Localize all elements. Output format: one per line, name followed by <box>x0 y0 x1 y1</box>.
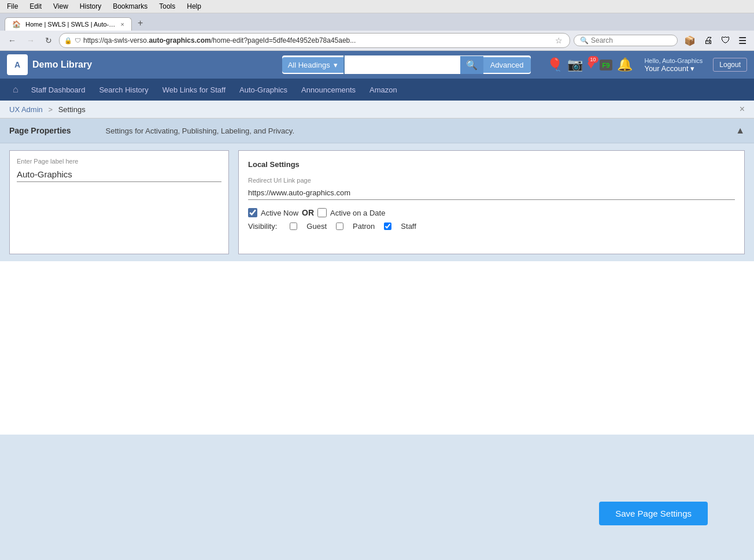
redirect-url-group: Redirect Url Link page <box>248 177 735 200</box>
heart-badge: 10 <box>588 56 598 63</box>
save-page-settings-button[interactable]: Save Page Settings <box>599 502 708 525</box>
search-magnifier-icon: 🔍 <box>466 60 478 70</box>
search-submit-button[interactable]: 🔍 <box>460 56 483 74</box>
local-settings-title: Local Settings <box>248 160 735 169</box>
settings-panel: Page Properties Settings for Activating,… <box>0 118 754 261</box>
redirect-url-input[interactable] <box>248 186 735 200</box>
menu-edit[interactable]: Edit <box>27 1 44 12</box>
page-label-placeholder: Enter Page label here <box>17 158 221 165</box>
main-content-area: Page Properties Settings for Activating,… <box>0 118 754 560</box>
breadcrumb-bar: UX Admin > Settings × <box>0 101 754 118</box>
page-label-box: Enter Page label here <box>9 150 229 254</box>
menu-icon[interactable]: ☰ <box>735 34 749 48</box>
nav-search-history[interactable]: Search History <box>92 80 155 100</box>
visibility-label: Visibility: <box>248 222 277 231</box>
url-prefix: https://qa-swls-verso. <box>83 36 149 44</box>
active-on-date-label: Active on a Date <box>330 209 385 217</box>
f9-badge-label: F9 <box>603 62 610 69</box>
menu-file[interactable]: File <box>5 1 20 12</box>
url-display: https://qa-swls-verso.auto-graphics.com/… <box>83 36 550 44</box>
page-label-input[interactable] <box>17 167 221 182</box>
dropdown-arrow-icon: ▾ <box>334 61 338 69</box>
shield-icon: 🛡 <box>75 37 81 44</box>
back-button[interactable]: ← <box>5 34 20 47</box>
forward-button[interactable]: → <box>23 34 38 47</box>
menu-tools[interactable]: Tools <box>157 1 178 12</box>
or-text: OR <box>302 208 314 217</box>
settings-body: Enter Page label here Local Settings Red… <box>0 143 754 261</box>
menu-bookmarks[interactable]: Bookmarks <box>110 1 150 12</box>
tab-close-button[interactable]: × <box>121 21 124 28</box>
url-host: auto-graphics.com <box>149 36 210 44</box>
nav-amazon[interactable]: Amazon <box>363 80 404 100</box>
breadcrumb-separator: > <box>48 105 53 114</box>
guest-label: Guest <box>306 222 327 231</box>
menu-help[interactable]: Help <box>184 1 204 12</box>
menu-history[interactable]: History <box>77 1 104 12</box>
your-account-button[interactable]: Your Account ▾ <box>644 64 703 73</box>
search-input[interactable] <box>345 57 460 73</box>
visibility-row: Visibility: Guest Patron Staff <box>248 222 735 231</box>
address-bar[interactable]: 🔒 🛡 https://qa-swls-verso.auto-graphics.… <box>59 33 570 48</box>
active-now-label: Active Now <box>261 209 298 217</box>
breadcrumb: UX Admin > Settings <box>9 105 86 114</box>
user-section: Hello, Auto-Graphics Your Account ▾ <box>644 57 703 73</box>
navigation-bar: ⌂ Staff Dashboard Search History Web Lin… <box>0 79 754 101</box>
account-dropdown-arrow: ▾ <box>690 64 694 73</box>
redirect-url-label: Redirect Url Link page <box>248 177 735 184</box>
active-now-checkbox[interactable] <box>248 208 257 217</box>
panel-title: Page Properties <box>9 126 71 135</box>
camera-icon[interactable]: 📷 <box>567 57 583 72</box>
browser-search-icon: 🔍 <box>580 36 589 44</box>
staff-checkbox[interactable] <box>384 222 391 230</box>
new-tab-button[interactable]: + <box>133 16 147 31</box>
library-name: Demo Library <box>32 60 278 70</box>
pocket-icon[interactable]: 📦 <box>681 34 698 48</box>
nav-staff-dashboard[interactable]: Staff Dashboard <box>24 80 93 100</box>
collapse-button[interactable]: ▲ <box>735 125 745 136</box>
active-now-row: Active Now OR Active on a Date <box>248 208 735 217</box>
search-type-dropdown[interactable]: All Headings ▾ <box>282 57 343 73</box>
header-icons-group: 🎈 📷 ♥ 10 F9 🔔 <box>547 57 633 72</box>
content-bottom-area <box>0 261 754 435</box>
shield-toolbar-icon[interactable]: 🛡 <box>718 34 733 47</box>
breadcrumb-parent-link[interactable]: UX Admin <box>9 105 43 114</box>
user-greeting: Hello, Auto-Graphics <box>644 57 703 64</box>
app-logo: A <box>7 54 28 75</box>
print-icon[interactable]: 🖨 <box>701 34 716 47</box>
tab-favicon: 🏠 <box>12 20 21 28</box>
logout-button[interactable]: Logout <box>713 58 747 72</box>
ssl-icon: 🔒 <box>64 37 72 44</box>
patron-checkbox[interactable] <box>336 222 343 230</box>
local-settings-box: Local Settings Redirect Url Link page Ac… <box>238 150 745 254</box>
patron-label: Patron <box>353 222 375 231</box>
url-path: /home-edit?pageId=5dfe4fe4952eb78a45aeb.… <box>211 36 356 44</box>
settings-panel-header: Page Properties Settings for Activating,… <box>0 118 754 143</box>
browser-search-bar[interactable]: 🔍 <box>574 35 678 46</box>
browser-search-input[interactable] <box>591 36 660 44</box>
bookmark-star-button[interactable]: ☆ <box>553 35 565 46</box>
nav-auto-graphics[interactable]: Auto-Graphics <box>232 80 294 100</box>
home-nav-icon[interactable]: ⌂ <box>7 79 24 101</box>
tab-title: Home | SWLS | SWLS | Auto-Gr... <box>25 21 116 28</box>
balloon-icon[interactable]: 🎈 <box>547 57 563 72</box>
breadcrumb-current: Settings <box>58 105 86 114</box>
panel-close-button[interactable]: × <box>740 104 745 114</box>
nav-announcements[interactable]: Announcements <box>294 80 363 100</box>
advanced-search-button[interactable]: Advanced <box>483 57 531 73</box>
guest-checkbox[interactable] <box>290 222 297 230</box>
bell-notification-icon[interactable]: 🔔 <box>617 57 633 72</box>
search-type-label: All Headings <box>288 61 330 69</box>
staff-label: Staff <box>401 222 416 231</box>
browser-tab-active[interactable]: 🏠 Home | SWLS | SWLS | Auto-Gr... × <box>5 17 132 31</box>
active-on-date-checkbox[interactable] <box>317 208 327 217</box>
nav-web-links-staff[interactable]: Web Links for Staff <box>156 80 232 100</box>
refresh-button[interactable]: ↻ <box>42 34 56 47</box>
panel-description: Settings for Activating, Publishing, Lab… <box>106 127 736 135</box>
menu-view[interactable]: View <box>51 1 71 12</box>
